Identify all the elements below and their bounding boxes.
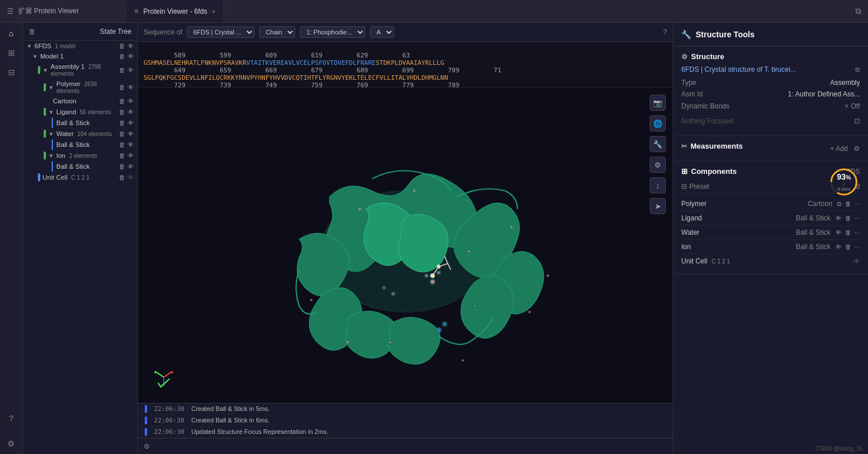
viewer-ctrl-resize[interactable]: ↕: [650, 177, 666, 193]
sequence-select-chain[interactable]: 1: Phosphodie...: [300, 26, 365, 38]
tree-item-model1[interactable]: ▼ Model 1 🗑 👁: [23, 51, 137, 61]
tree-item-ion[interactable]: ▼ Ion 2 elements 🗑 👁: [23, 150, 137, 161]
delete-model1[interactable]: 🗑: [119, 53, 125, 60]
toggle-ion[interactable]: ▼: [48, 153, 54, 159]
delete-ion[interactable]: 🗑: [119, 152, 125, 159]
comp-polymer-copy-icon[interactable]: ⧉: [837, 200, 842, 208]
delete-water[interactable]: 🗑: [119, 130, 125, 137]
delete-assembly1[interactable]: 🗑: [119, 67, 125, 73]
eye-ballstick-water[interactable]: 👁: [128, 141, 134, 148]
sidebar-icon-help[interactable]: ?: [9, 414, 14, 423]
structure-copy-icon[interactable]: ⧉: [855, 66, 860, 73]
tree-item-water[interactable]: ▼ Water 104 elements 🗑 👁: [23, 128, 137, 139]
toggle-water[interactable]: ▼: [48, 131, 54, 137]
eye-ballstick-ion[interactable]: 👁: [128, 163, 134, 170]
eye-water[interactable]: 👁: [128, 130, 134, 137]
log-msg-1: Created Ball & Stick in 5ms.: [191, 405, 269, 413]
viewer-ctrl-globe[interactable]: 🌐: [650, 115, 666, 131]
eye-6fds[interactable]: 👁: [128, 42, 134, 49]
dynamic-bonds-x[interactable]: ×: [844, 102, 848, 110]
svg-point-23: [462, 359, 464, 362]
active-tab[interactable]: ≡ Protein Viewer - 6fds ×: [126, 0, 224, 22]
comp-unitcell-eye-icon[interactable]: 👁: [854, 258, 860, 265]
sequence-help-icon[interactable]: ?: [663, 28, 667, 36]
state-tree-title: State Tree: [100, 28, 132, 36]
svg-point-3: [425, 274, 428, 277]
delete-polymer[interactable]: 🗑: [119, 84, 125, 91]
sidebar-icon-settings[interactable]: ⚙: [7, 439, 15, 448]
eye-cartoon[interactable]: 👁: [128, 98, 134, 104]
delete-ballstick-ligand[interactable]: 🗑: [119, 119, 125, 126]
sidebar-icon-grid[interactable]: ⊞: [8, 48, 15, 57]
mol-viewer[interactable]: 📷 🌐 🔧 ⚙ ↕ ➤: [138, 88, 673, 403]
eye-model1[interactable]: 👁: [128, 53, 134, 60]
comp-water-delete-icon[interactable]: 🗑: [845, 229, 851, 236]
viewer-ctrl-wrench[interactable]: 🔧: [650, 136, 666, 152]
eye-ion[interactable]: 👁: [128, 152, 134, 159]
sequence-select-structure[interactable]: 6FDS | Crystal ...: [187, 26, 254, 38]
tree-item-6fds[interactable]: ▼ 6FDS 1 model 🗑 👁: [23, 41, 137, 51]
state-tree-delete-icon[interactable]: 🗑: [29, 28, 36, 36]
tree-item-assembly1[interactable]: ▼ Assembly 1 2798 elements 🗑 👁: [23, 61, 137, 79]
label-water: Water 104 elements: [56, 130, 117, 137]
toggle-model1[interactable]: ▼: [32, 53, 38, 60]
measurements-label: Measurements: [690, 142, 743, 150]
delete-ballstick-water[interactable]: 🗑: [119, 141, 125, 148]
delete-ballstick-ion[interactable]: 🗑: [119, 163, 125, 170]
comp-ligand-more-icon[interactable]: ···: [855, 215, 860, 222]
toggle-assembly1[interactable]: ▼: [43, 67, 48, 73]
tree-item-ballstick-ion[interactable]: Ball & Stick 🗑 👁: [52, 161, 137, 172]
tree-item-ligand[interactable]: ▼ Ligand 56 elements 🗑 👁: [23, 106, 137, 118]
delete-6fds[interactable]: 🗑: [119, 42, 125, 49]
sequence-body[interactable]: 589 599 609 619 629 63 GSHMASELNEHRATLFN…: [138, 42, 673, 88]
comp-water-eye-icon[interactable]: 👁: [835, 229, 842, 236]
svg-point-22: [413, 189, 415, 192]
comp-polymer-more-icon[interactable]: ···: [855, 200, 860, 207]
components-preset-button[interactable]: ⊟ Preset: [681, 183, 709, 191]
tree-item-unitcell[interactable]: Unit Cell C 1 2 1 🗑 👁: [23, 172, 137, 183]
toggle-ligand[interactable]: ▼: [48, 109, 54, 115]
viewer-ctrl-sliders[interactable]: ⚙: [650, 157, 666, 173]
sidebar-icon-home[interactable]: ⌂: [9, 29, 13, 38]
eye-polymer[interactable]: 👁: [128, 84, 134, 91]
nothing-focused-icon[interactable]: ⊡: [854, 117, 860, 125]
delete-unitcell[interactable]: 🗑: [119, 174, 125, 181]
expand-icon[interactable]: ⧉: [855, 6, 861, 15]
viewer-ctrl-pointer[interactable]: ➤: [650, 198, 666, 214]
topbar-left-tab[interactable]: ☰ 扩展 Protein Viewer: [0, 6, 126, 16]
toggle-6fds[interactable]: ▼: [26, 43, 32, 49]
delete-cartoon[interactable]: 🗑: [119, 98, 125, 104]
label-ion: Ion 2 elements: [56, 152, 117, 159]
comp-ion-more-icon[interactable]: ···: [855, 243, 860, 250]
comp-ion-delete-icon[interactable]: 🗑: [845, 243, 851, 250]
measurements-add-button[interactable]: + Add: [830, 145, 848, 153]
eye-unitcell[interactable]: 👁: [128, 174, 134, 181]
eye-ballstick-ligand[interactable]: 👁: [128, 119, 134, 126]
toggle-polymer[interactable]: ▼: [48, 84, 54, 91]
comp-water-icons: 👁 🗑 ···: [835, 229, 860, 236]
eye-ligand[interactable]: 👁: [128, 108, 134, 115]
measurements-settings-icon[interactable]: ⚙: [854, 145, 860, 153]
tree-item-cartoon[interactable]: Cartoon 🗑 👁: [23, 96, 137, 106]
comp-row-unit-cell: Unit Cell C 1 2 1 👁: [681, 254, 860, 268]
comp-water-more-icon[interactable]: ···: [855, 229, 860, 236]
sequence-select-letter[interactable]: A: [370, 26, 394, 38]
eye-assembly1[interactable]: 👁: [128, 67, 134, 73]
comp-polymer-delete-icon[interactable]: 🗑: [845, 200, 851, 207]
svg-point-18: [358, 208, 361, 210]
dynamic-bonds-control[interactable]: × Off: [844, 102, 860, 110]
sidebar-icon-tree[interactable]: ⊟: [8, 68, 15, 77]
tab-close-icon[interactable]: ×: [212, 8, 215, 15]
comp-ligand-eye-icon[interactable]: 👁: [835, 215, 842, 222]
viewer-ctrl-snapshot[interactable]: 📷: [650, 95, 666, 111]
bottom-settings-icon[interactable]: ⚙: [144, 443, 150, 451]
delete-ligand[interactable]: 🗑: [119, 108, 125, 115]
tree-item-ballstick-ligand[interactable]: Ball & Stick 🗑 👁: [52, 118, 137, 128]
comp-ion-value: Ball & Stick: [796, 243, 831, 251]
tree-item-ballstick-water[interactable]: Ball & Stick 🗑 👁: [52, 139, 137, 150]
comp-ion-eye-icon[interactable]: 👁: [835, 243, 842, 250]
tree-item-polymer[interactable]: ▼ Polymer 2636 elements 🗑 👁: [23, 79, 137, 96]
comp-ligand-delete-icon[interactable]: 🗑: [845, 215, 851, 222]
csdn-watermark: CSDN @loong_XL: [815, 445, 863, 452]
sequence-select-chain-type[interactable]: Chain: [259, 26, 295, 38]
